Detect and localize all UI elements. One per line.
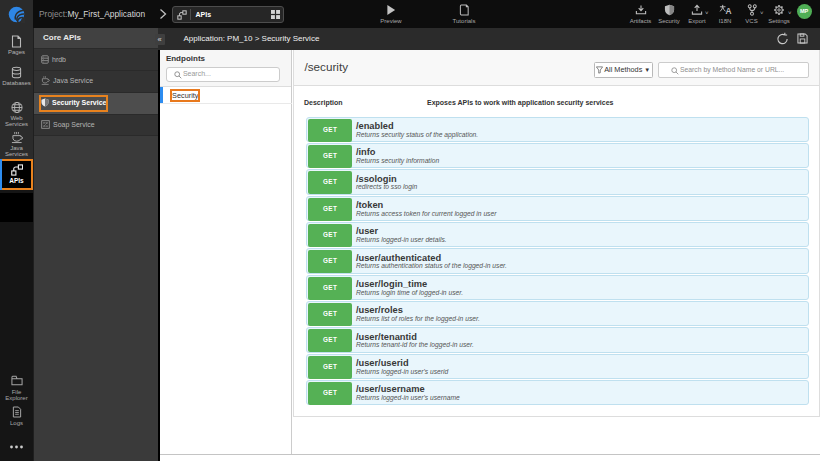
svg-text:A: A	[725, 6, 731, 16]
